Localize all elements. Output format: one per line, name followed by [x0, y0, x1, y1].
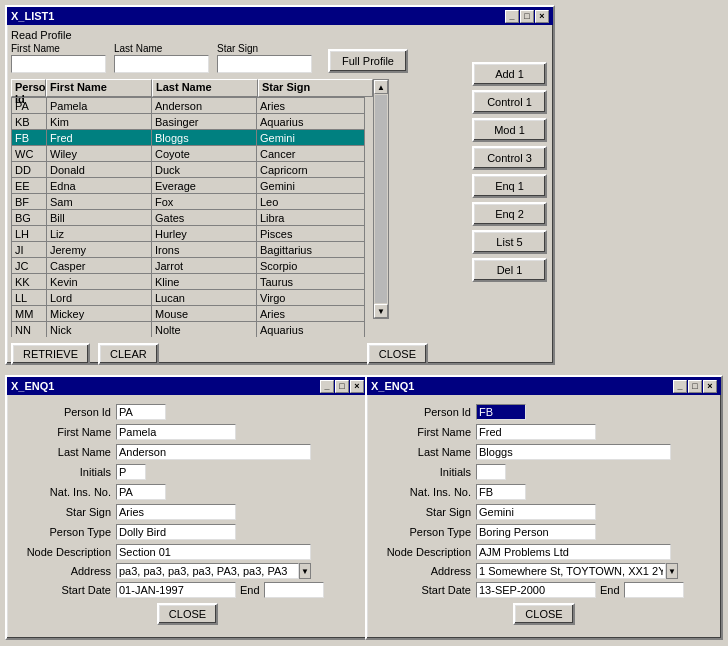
enq2-lastname-label: Last Name	[371, 446, 476, 458]
enq1-title-buttons: _ □ ×	[320, 380, 364, 393]
lastname-filter-input[interactable]	[114, 55, 209, 73]
enq2-personid-input[interactable]	[476, 404, 526, 420]
enq1-starsign-input[interactable]	[116, 504, 236, 520]
enq2-address-scroll[interactable]: ▼	[666, 563, 678, 579]
enq1-maximize[interactable]: □	[335, 380, 349, 393]
enq2-firstname-input[interactable]	[476, 424, 596, 440]
table-row[interactable]: EEEdnaEverageGemini	[12, 178, 365, 194]
enq2-minimize[interactable]: _	[673, 380, 687, 393]
enq2-titlebar: X_ENQ1 _ □ ×	[367, 377, 721, 395]
read-profile-label: Read Profile	[11, 29, 549, 41]
enq1-startdate-input[interactable]	[116, 582, 236, 598]
vertical-scrollbar[interactable]: ▲ ▼	[373, 79, 389, 319]
table-row[interactable]: JIJeremyIronsBagittarius	[12, 242, 365, 258]
cell-star-14: Aquarius	[257, 322, 365, 338]
table-row[interactable]: LLLordLucanVirgo	[12, 290, 365, 306]
clear-button[interactable]: CLEAR	[98, 343, 159, 365]
table-row[interactable]: DDDonaldDuckCapricorn	[12, 162, 365, 178]
enq2-maximize[interactable]: □	[688, 380, 702, 393]
enq2-persontype-input[interactable]	[476, 524, 596, 540]
enq1-address-scroll[interactable]: ▼	[299, 563, 311, 579]
cell-id-0: PA	[12, 98, 47, 114]
enq2-nodedesc-input[interactable]	[476, 544, 671, 560]
cell-id-3: WC	[12, 146, 47, 162]
starsign-filter-input[interactable]	[217, 55, 312, 73]
enq2-lastname-input[interactable]	[476, 444, 671, 460]
table-row[interactable]: BGBillGatesLibra	[12, 210, 365, 226]
cell-lname-4: Duck	[152, 162, 257, 178]
filter-row: First Name Last Name Star Sign Full Prof…	[11, 43, 549, 73]
enq1-end-input[interactable]	[264, 582, 324, 598]
enq1-persontype-input[interactable]	[116, 524, 236, 540]
enq1-firstname-row: First Name	[11, 423, 364, 441]
enq2-close[interactable]: ×	[703, 380, 717, 393]
enq2-startdate-input[interactable]	[476, 582, 596, 598]
table-row[interactable]: PAPamelaAndersonAries	[12, 98, 365, 114]
enq1-natins-input[interactable]	[116, 484, 166, 500]
scroll-down-button[interactable]: ▼	[374, 304, 388, 318]
enq1-content: Person Id First Name Last Name Initials …	[7, 395, 368, 629]
enq2-end-label: End	[600, 584, 620, 596]
table-row[interactable]: NNNickNolteAquarius	[12, 322, 365, 338]
enq2-title-buttons: _ □ ×	[673, 380, 717, 393]
enq1-nodedesc-input[interactable]	[116, 544, 311, 560]
cell-lname-3: Coyote	[152, 146, 257, 162]
table-row[interactable]: KKKevinKlineTaurus	[12, 274, 365, 290]
enq1-starsign-label: Star Sign	[11, 506, 116, 518]
enq2-bottom: CLOSE	[371, 603, 717, 625]
enq1-address-input[interactable]	[116, 563, 299, 579]
enq2-initials-label: Initials	[371, 466, 476, 478]
enq1-minimize[interactable]: _	[320, 380, 334, 393]
sidebar-buttons: Add 1Control 1Mod 1Control 3Enq 1Enq 2Li…	[472, 62, 547, 282]
table-headers: Person Id First Name Last Name Star Sign	[11, 79, 373, 97]
enq1-persontype-row: Person Type	[11, 523, 364, 541]
enq1-firstname-input[interactable]	[116, 424, 236, 440]
full-profile-button[interactable]: Full Profile	[328, 49, 408, 73]
cell-star-4: Capricorn	[257, 162, 365, 178]
enq2-firstname-row: First Name	[371, 423, 717, 441]
enq2-natins-input[interactable]	[476, 484, 526, 500]
sidebar-btn-list-5[interactable]: List 5	[472, 230, 547, 254]
enq1-personid-input[interactable]	[116, 404, 166, 420]
retrieve-button[interactable]: RETRIEVE	[11, 343, 90, 365]
sidebar-btn-mod-1[interactable]: Mod 1	[472, 118, 547, 142]
table-row[interactable]: KBKimBasingerAquarius	[12, 114, 365, 130]
sidebar-btn-del-1[interactable]: Del 1	[472, 258, 547, 282]
enq2-close-button[interactable]: CLOSE	[513, 603, 574, 625]
cell-star-5: Gemini	[257, 178, 365, 194]
maximize-button[interactable]: □	[520, 10, 534, 23]
enq1-lastname-input[interactable]	[116, 444, 311, 460]
enq1-nodedesc-row: Node Description	[11, 543, 364, 561]
scroll-up-button[interactable]: ▲	[374, 80, 388, 94]
enq1-close-button[interactable]: CLOSE	[157, 603, 218, 625]
table-row[interactable]: JCCasperJarrotScorpio	[12, 258, 365, 274]
data-table-container: Person Id First Name Last Name Star Sign…	[11, 79, 373, 337]
cell-lname-1: Basinger	[152, 114, 257, 130]
sidebar-btn-control-1[interactable]: Control 1	[472, 90, 547, 114]
close-button[interactable]: ×	[535, 10, 549, 23]
firstname-filter-input[interactable]	[11, 55, 106, 73]
table-row[interactable]: LHLizHurleyPisces	[12, 226, 365, 242]
cell-lname-11: Kline	[152, 274, 257, 290]
table-row[interactable]: MMMickeyMouseAries	[12, 306, 365, 322]
sidebar-btn-enq-1[interactable]: Enq 1	[472, 174, 547, 198]
cell-fname-2: Fred	[47, 130, 152, 146]
enq2-address-label: Address	[371, 565, 476, 577]
enq2-initials-input[interactable]	[476, 464, 506, 480]
sidebar-btn-control-3[interactable]: Control 3	[472, 146, 547, 170]
table-row[interactable]: FBFredBloggsGemini	[12, 130, 365, 146]
enq2-nodedesc-label: Node Description	[371, 546, 476, 558]
minimize-button[interactable]: _	[505, 10, 519, 23]
table-row[interactable]: BFSamFoxLeo	[12, 194, 365, 210]
enq2-end-input[interactable]	[624, 582, 684, 598]
sidebar-btn-add-1[interactable]: Add 1	[472, 62, 547, 86]
enq1-initials-input[interactable]	[116, 464, 146, 480]
main-close-button[interactable]: CLOSE	[367, 343, 428, 365]
cell-id-6: BF	[12, 194, 47, 210]
enq2-address-input[interactable]	[476, 563, 666, 579]
table-row[interactable]: WCWileyCoyoteCancer	[12, 146, 365, 162]
enq2-starsign-input[interactable]	[476, 504, 596, 520]
sidebar-btn-enq-2[interactable]: Enq 2	[472, 202, 547, 226]
enq1-close[interactable]: ×	[350, 380, 364, 393]
scroll-track[interactable]	[375, 95, 387, 303]
